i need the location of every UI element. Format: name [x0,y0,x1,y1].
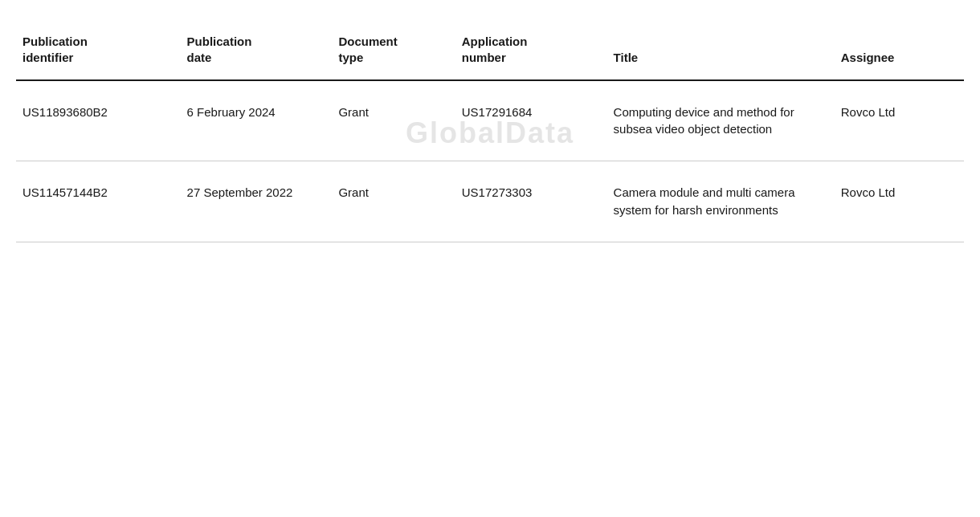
cell-app-number: US17291684 [452,80,604,161]
cell-pub-date: 6 February 2024 [178,80,329,161]
header-assignee: Assignee [831,24,964,80]
table-body: US11893680B26 February 2024GrantUS172916… [16,80,964,242]
cell-doc-type: Grant [329,161,451,242]
patents-table: Publication identifier Publication date … [16,24,964,242]
header-row: Publication identifier Publication date … [16,24,964,80]
cell-pub-date: 27 September 2022 [178,161,329,242]
header-app-number: Application number [452,24,604,80]
cell-title: Computing device and method for subsea v… [604,80,831,161]
cell-assignee: Rovco Ltd [831,80,964,161]
header-pub-date: Publication date [178,24,329,80]
table-row: US11893680B26 February 2024GrantUS172916… [16,80,964,161]
cell-app-number: US17273303 [452,161,604,242]
header-pub-identifier: Publication identifier [16,24,178,80]
cell-title: Camera module and multi camera system fo… [604,161,831,242]
cell-pub-identifier: US11457144B2 [16,161,178,242]
table-header: Publication identifier Publication date … [16,24,964,80]
table-row: US11457144B227 September 2022GrantUS1727… [16,161,964,242]
cell-doc-type: Grant [329,80,451,161]
cell-assignee: Rovco Ltd [831,161,964,242]
cell-pub-identifier: US11893680B2 [16,80,178,161]
header-doc-type: Document type [329,24,451,80]
header-title: Title [604,24,831,80]
patents-table-wrapper: GlobalData Publication identifier Public… [16,24,964,242]
